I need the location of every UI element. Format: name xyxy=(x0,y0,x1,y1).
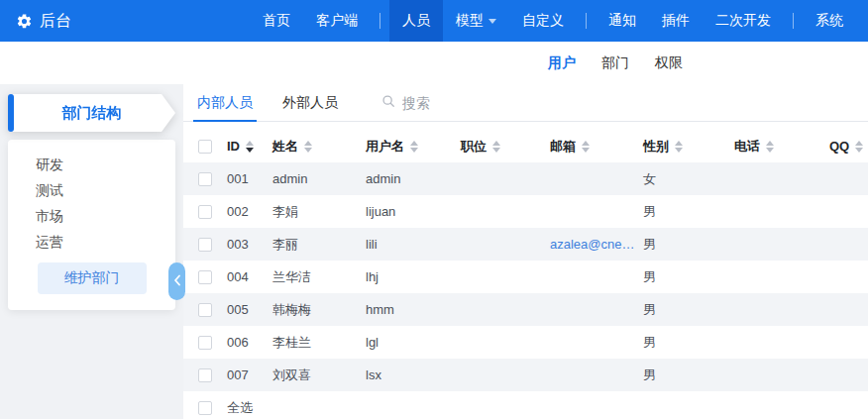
column-header-gender[interactable]: 性别 xyxy=(641,130,732,162)
table-row-003[interactable]: 003 李丽 lili azalea@cnez… 男 xyxy=(183,228,868,261)
column-header-id[interactable]: ID xyxy=(225,130,271,162)
cell-id: 006 xyxy=(225,326,271,359)
cell-position xyxy=(459,228,548,261)
sidebar: 部门结构 研发测试市场运营 维护部门 xyxy=(0,84,183,419)
row-checkbox[interactable] xyxy=(198,238,212,252)
sort-carets-icon[interactable] xyxy=(304,141,312,153)
table-row-006[interactable]: 006 李桂兰 lgl 男 xyxy=(183,326,868,359)
subnav-item-用户[interactable]: 用户 xyxy=(548,54,576,72)
cell-gender: 男 xyxy=(641,228,732,261)
sort-asc-icon xyxy=(246,141,254,146)
subnav-item-权限[interactable]: 权限 xyxy=(655,54,683,72)
gear-icon xyxy=(16,13,33,30)
sort-desc-icon xyxy=(582,148,590,153)
sidebar-title: 部门结构 xyxy=(62,104,122,123)
table-header-row: ID 姓名 用户名 职位 邮箱 性别 电话 QQ xyxy=(183,130,868,162)
column-header-position[interactable]: 职位 xyxy=(459,130,548,162)
cell-name: 刘双喜 xyxy=(271,359,364,391)
cell-name: 李丽 xyxy=(271,228,364,261)
table-row-002[interactable]: 002 李娟 lijuan 男 xyxy=(183,195,868,228)
sort-carets-icon[interactable] xyxy=(855,141,863,153)
sidebar-collapse-handle[interactable] xyxy=(168,262,185,300)
cell-username: lhj xyxy=(364,261,459,293)
maintain-dept-button[interactable]: 维护部门 xyxy=(38,262,147,294)
cell-checkbox xyxy=(183,261,225,293)
cell-position xyxy=(459,195,548,228)
row-checkbox[interactable] xyxy=(198,336,212,350)
cell-username: lgl xyxy=(364,326,459,359)
topnav-item-label: 人员 xyxy=(402,12,430,30)
table-row-004[interactable]: 004 兰华洁 lhj 男 xyxy=(183,261,868,293)
sort-carets-icon[interactable] xyxy=(675,141,683,153)
row-checkbox[interactable] xyxy=(198,205,212,219)
cell-email xyxy=(548,261,641,293)
cell-position xyxy=(459,261,548,293)
sort-carets-icon[interactable] xyxy=(410,141,418,153)
sort-carets-icon[interactable] xyxy=(766,141,774,153)
topnav-item-模型[interactable]: 模型 xyxy=(443,0,509,42)
cell-name: 兰华洁 xyxy=(271,261,364,293)
select-all-row-checkbox[interactable] xyxy=(198,401,212,415)
cell-username: lili xyxy=(364,228,459,261)
select-all-checkbox[interactable] xyxy=(198,140,212,154)
sort-asc-icon xyxy=(675,141,683,146)
search-box[interactable] xyxy=(381,84,511,121)
content: 部门结构 研发测试市场运营 维护部门 内部人员外部人员 xyxy=(0,84,868,419)
dept-structure-banner: 部门结构 xyxy=(8,94,175,132)
sidebar-dept-item-测试[interactable]: 测试 xyxy=(8,177,175,203)
cell-phone xyxy=(732,195,827,228)
topnav-item-人员[interactable]: 人员 xyxy=(389,0,443,42)
row-checkbox[interactable] xyxy=(198,303,212,317)
cell-checkbox xyxy=(183,359,225,391)
cell-phone xyxy=(732,293,827,326)
table-row-001[interactable]: 001 admin admin 女 xyxy=(183,162,868,195)
cell-gender: 男 xyxy=(641,261,732,293)
sidebar-dept-item-市场[interactable]: 市场 xyxy=(8,203,175,229)
topnav-item-二次开发[interactable]: 二次开发 xyxy=(703,0,784,42)
tab-内部人员[interactable]: 内部人员 xyxy=(193,84,257,121)
tab-外部人员[interactable]: 外部人员 xyxy=(278,84,342,121)
topnav-item-系统[interactable]: 系统 xyxy=(803,0,856,42)
subnav-item-部门[interactable]: 部门 xyxy=(601,54,629,72)
table-row-007[interactable]: 007 刘双喜 lsx 男 xyxy=(183,359,868,391)
topnav-item-label: 首页 xyxy=(263,12,290,30)
row-checkbox[interactable] xyxy=(198,172,212,186)
topnav-item-label: 模型 xyxy=(456,12,484,30)
sidebar-dept-item-运营[interactable]: 运营 xyxy=(8,229,175,255)
cell-username: hmm xyxy=(364,293,459,326)
column-header-phone[interactable]: 电话 xyxy=(732,130,827,162)
row-checkbox[interactable] xyxy=(198,368,212,382)
column-header-email[interactable]: 邮箱 xyxy=(548,130,641,162)
header-checkbox-cell xyxy=(183,130,225,162)
topnav-item-label: 通知 xyxy=(608,12,636,30)
topnav-item-客户端[interactable]: 客户端 xyxy=(303,0,371,42)
topnav-item-自定义[interactable]: 自定义 xyxy=(509,0,577,42)
brand[interactable]: 后台 xyxy=(16,11,71,32)
user-table: ID 姓名 用户名 职位 邮箱 性别 电话 QQ 001 admin admin… xyxy=(183,130,868,419)
sort-carets-icon[interactable] xyxy=(246,141,254,153)
cell-id: 005 xyxy=(225,293,271,326)
sort-desc-icon xyxy=(246,148,254,153)
sort-asc-icon xyxy=(855,141,863,146)
table-row-005[interactable]: 005 韩梅梅 hmm 男 xyxy=(183,293,868,326)
cell-email xyxy=(548,359,641,391)
column-header-username[interactable]: 用户名 xyxy=(364,130,459,162)
cell-checkbox xyxy=(183,391,225,419)
cell-name: 李娟 xyxy=(271,195,364,228)
sort-carets-icon[interactable] xyxy=(582,141,590,153)
cell-gender: 男 xyxy=(641,293,732,326)
column-header-name[interactable]: 姓名 xyxy=(271,130,364,162)
sort-desc-icon xyxy=(410,148,418,153)
sidebar-dept-item-研发[interactable]: 研发 xyxy=(8,152,175,177)
topnav-item-插件[interactable]: 插件 xyxy=(649,0,703,42)
sort-carets-icon[interactable] xyxy=(492,141,500,153)
select-all-row[interactable]: 全选 xyxy=(183,391,868,419)
topnav-item-首页[interactable]: 首页 xyxy=(250,0,303,42)
column-header-qq[interactable]: QQ xyxy=(827,130,868,162)
column-label: 电话 xyxy=(734,139,760,154)
cell-id: 003 xyxy=(225,228,271,261)
topnav-item-label: 客户端 xyxy=(316,12,358,30)
topnav-item-通知[interactable]: 通知 xyxy=(596,0,649,42)
row-checkbox[interactable] xyxy=(198,270,212,284)
search-input[interactable] xyxy=(402,95,511,111)
